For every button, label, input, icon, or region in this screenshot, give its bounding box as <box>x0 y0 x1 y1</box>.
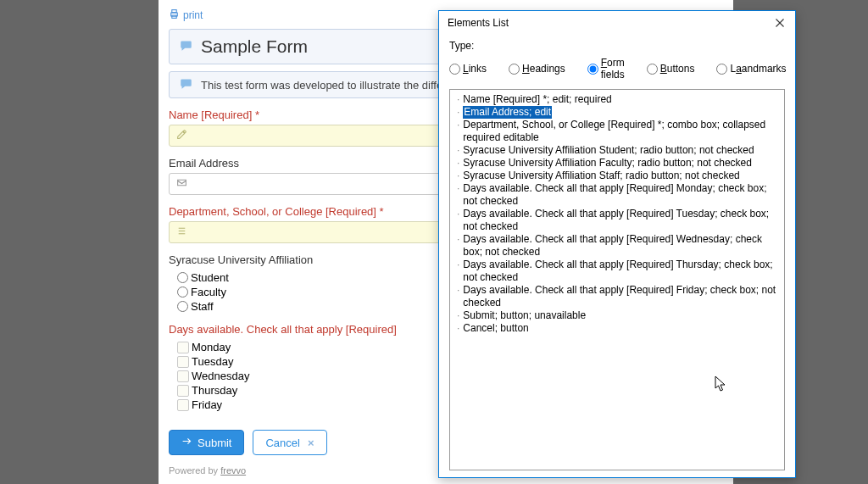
tree-item-text: Department, School, or College [Required… <box>463 119 779 144</box>
tree-item-text: Syracuse University Affiliation Staff; r… <box>463 170 739 182</box>
tree-item-text: Email Address; edit <box>463 106 552 119</box>
tree-item[interactable]: Days available. Check all that apply [Re… <box>455 233 779 259</box>
tree-item-text: Name [Required] *; edit; required <box>463 93 611 106</box>
tree-item[interactable]: Syracuse University Affiliation Staff; r… <box>455 170 779 182</box>
tree-item[interactable]: Submit; button; unavailable <box>455 309 779 322</box>
radio-label: Student <box>191 271 229 284</box>
page-title: Sample Form <box>201 36 308 57</box>
radio-input[interactable] <box>647 64 658 75</box>
tree-item-text: Days available. Check all that apply [Re… <box>463 284 779 309</box>
tree-item[interactable]: Cancel; button <box>455 322 779 335</box>
checkbox-label: Friday <box>192 398 222 411</box>
radio-input[interactable] <box>509 64 520 75</box>
cancel-button[interactable]: Cancel × <box>253 430 326 455</box>
svg-rect-1 <box>172 10 176 13</box>
dialog-body: Type: Links Headings Form fields Buttons… <box>439 35 795 476</box>
checkbox-label: Monday <box>192 341 231 353</box>
radio-label: Staff <box>191 300 214 313</box>
tree-item-text: Days available. Check all that apply [Re… <box>463 182 779 208</box>
print-label: print <box>183 9 203 21</box>
list-icon <box>176 225 187 239</box>
type-label-text: andmarks <box>742 63 787 75</box>
tree-item[interactable]: Days available. Check all that apply [Re… <box>455 284 779 309</box>
tree-item[interactable]: Email Address; edit <box>455 106 779 119</box>
print-icon <box>169 8 180 22</box>
tree-item-text: Syracuse University Affiliation Faculty;… <box>463 157 752 170</box>
type-label: Type: <box>449 40 785 52</box>
submit-button[interactable]: Submit <box>169 430 244 455</box>
radio-input[interactable] <box>177 287 188 298</box>
tree-item-text: Syracuse University Affiliation Student;… <box>463 144 754 157</box>
tree-item[interactable]: Syracuse University Affiliation Faculty;… <box>455 157 779 170</box>
tree-item[interactable]: Days available. Check all that apply [Re… <box>455 182 779 208</box>
tree-item-text: Days available. Check all that apply [Re… <box>463 259 779 284</box>
tree-item-text: Days available. Check all that apply [Re… <box>463 208 779 233</box>
checkbox-label: Tuesday <box>192 355 233 368</box>
dialog-title: Elements List <box>448 17 509 29</box>
type-links[interactable]: Links <box>449 63 487 75</box>
type-label-text: eadings <box>530 63 565 75</box>
tree-item[interactable]: Days available. Check all that apply [Re… <box>455 208 779 233</box>
tree-item-text: Days available. Check all that apply [Re… <box>463 233 779 259</box>
speech-bubble-icon <box>180 77 192 92</box>
checkbox-icon[interactable] <box>177 342 189 353</box>
elements-list-dialog: Elements List Type: Links Headings Form … <box>438 10 796 478</box>
checkbox-label: Wednesday <box>192 370 249 382</box>
tree-item-text: Cancel; button <box>463 322 528 335</box>
edit-icon <box>176 129 187 142</box>
radio-input[interactable] <box>587 64 598 75</box>
speech-bubble-icon <box>180 39 192 54</box>
checkbox-icon[interactable] <box>177 399 189 411</box>
submit-label: Submit <box>198 437 231 449</box>
dialog-titlebar: Elements List <box>439 11 795 35</box>
tree-item-text: Submit; button; unavailable <box>463 309 586 322</box>
radio-input[interactable] <box>716 64 727 75</box>
radio-input[interactable] <box>177 272 188 283</box>
type-form-fields[interactable]: Form fields <box>587 57 625 81</box>
print-link[interactable]: print <box>169 8 203 22</box>
radio-label: Faculty <box>191 286 226 298</box>
checkbox-label: Thursday <box>192 384 237 397</box>
checkbox-icon[interactable] <box>177 356 189 368</box>
type-headings[interactable]: Headings <box>509 63 565 75</box>
powered-prefix: Powered by <box>169 465 220 476</box>
checkbox-icon[interactable] <box>177 370 189 382</box>
tree-item[interactable]: Name [Required] *; edit; required <box>455 93 779 106</box>
radio-input[interactable] <box>449 64 460 75</box>
envelope-icon <box>176 177 187 191</box>
radio-input[interactable] <box>177 301 188 312</box>
close-button[interactable] <box>773 16 787 30</box>
tree-item[interactable]: Department, School, or College [Required… <box>455 119 779 144</box>
close-icon: × <box>308 437 314 449</box>
checkbox-icon[interactable] <box>177 385 189 397</box>
type-label-text: uttons <box>667 63 695 75</box>
type-radio-row: Links Headings Form fields Buttons Laand… <box>449 57 785 81</box>
type-buttons[interactable]: Buttons <box>647 63 695 75</box>
tree-item[interactable]: Days available. Check all that apply [Re… <box>455 259 779 284</box>
arrow-right-icon <box>181 436 192 449</box>
elements-tree[interactable]: Name [Required] *; edit; requiredEmail A… <box>449 89 785 470</box>
powered-link[interactable]: frevvo <box>220 465 246 476</box>
tree-item[interactable]: Syracuse University Affiliation Student;… <box>455 144 779 157</box>
type-landmarks[interactable]: Laandmarks <box>716 63 786 75</box>
cancel-label: Cancel <box>265 437 299 449</box>
type-label-text: inks <box>469 63 487 75</box>
